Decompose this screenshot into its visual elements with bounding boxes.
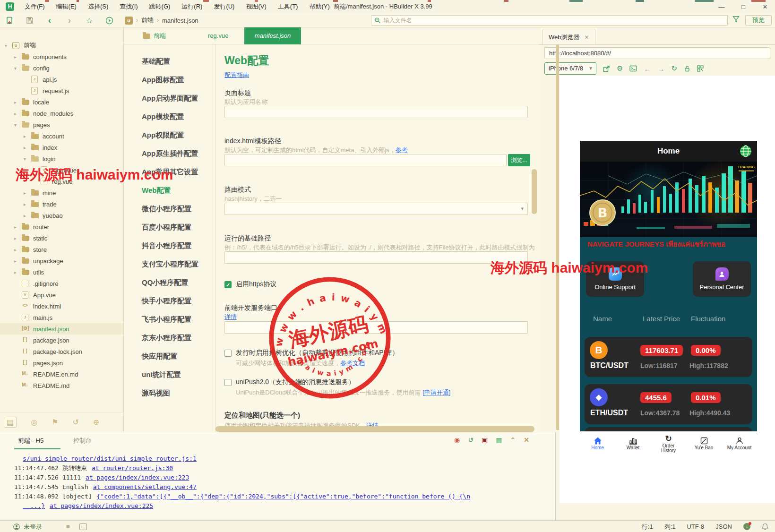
- file-type[interactable]: JSON: [715, 523, 732, 530]
- chevron-right-icon[interactable]: ▸: [14, 270, 22, 275]
- nav-app-permissions[interactable]: App权限配置: [124, 126, 215, 144]
- chevron-right-icon[interactable]: ▸: [14, 258, 22, 264]
- source-link[interactable]: at pages/index/index.vue:225: [50, 502, 153, 509]
- pane-splitter[interactable]: [556, 44, 559, 430]
- checkbox-unchecked-icon[interactable]: [224, 350, 232, 357]
- close-button[interactable]: ✕: [760, 3, 770, 10]
- tab-home[interactable]: Home: [580, 431, 615, 456]
- menu-find[interactable]: 查找(I): [114, 0, 143, 13]
- language-globe-icon[interactable]: [739, 145, 752, 158]
- source-link[interactable]: at components/setlang.vue:47: [93, 483, 197, 490]
- nav-feishu-mp[interactable]: 飞书小程序配置: [124, 310, 215, 328]
- tree-item-folder[interactable]: ▸unpackage: [0, 255, 123, 266]
- tree-item-file[interactable]: Japi.js: [0, 74, 123, 85]
- source-link[interactable]: s/uni-simple-router/dist/uni-simple-rout…: [23, 455, 197, 462]
- browser-tab[interactable]: Web浏览器✕: [542, 29, 595, 45]
- back-arrow-icon[interactable]: ←: [644, 65, 651, 73]
- tree-item-folder[interactable]: ▸utils: [0, 266, 123, 278]
- chevron-right-icon[interactable]: ▸: [14, 224, 22, 230]
- tree-item-file[interactable]: M↓README.en.md: [0, 369, 123, 380]
- tree-item-file[interactable]: [ ]pages.json: [0, 357, 123, 369]
- settings-gear-icon[interactable]: ⚙: [617, 64, 623, 73]
- tree-item-folder[interactable]: ▾config: [0, 62, 123, 74]
- source-link[interactable]: __...}: [23, 502, 45, 509]
- tree-item-file[interactable]: .gitignore: [0, 278, 123, 289]
- stop-icon[interactable]: ▣: [482, 436, 488, 444]
- tab-console[interactable]: 控制台: [73, 437, 92, 445]
- nav-quickapp[interactable]: 快应用配置: [124, 347, 215, 365]
- chevron-right-icon[interactable]: ▸: [14, 247, 22, 252]
- url-bar[interactable]: http://localhost:8080/#/: [544, 47, 770, 59]
- announcement-marquee[interactable]: NAVIGATE JOURNEYS เพียงแค่แชร์ภาพขอ: [580, 237, 757, 251]
- checkbox-unchecked-icon[interactable]: [224, 379, 232, 386]
- nav-baidu-mp[interactable]: 百度小程序配置: [124, 218, 215, 236]
- nav-weixin-mp[interactable]: 微信小程序配置: [124, 199, 215, 218]
- clear-icon[interactable]: ✕: [524, 436, 529, 444]
- export-image-icon[interactable]: ▦: [496, 436, 502, 444]
- terminal-icon[interactable]: ›_: [79, 523, 87, 530]
- menu-view[interactable]: 视图(V): [240, 0, 272, 13]
- tree-item-folder[interactable]: ▾pages: [0, 119, 123, 130]
- tree-item-file[interactable]: VApp.vue: [0, 289, 123, 300]
- tree-item-file[interactable]: M↓README.md: [0, 380, 123, 391]
- chevron-down-icon[interactable]: ▾: [24, 156, 31, 162]
- tab-wallet[interactable]: Wallet: [615, 431, 651, 456]
- tree-item-folder[interactable]: ▸trade: [0, 198, 123, 210]
- tab-project[interactable]: 前端: [143, 27, 166, 44]
- back-icon[interactable]: ‹: [45, 16, 54, 25]
- filter-funnel-icon[interactable]: [732, 16, 740, 25]
- menu-edit[interactable]: 编辑(E): [51, 0, 82, 13]
- market-row-btc[interactable]: B BTC/USDT 117603.71 Low:116817 0.00% Hi…: [585, 337, 752, 377]
- tree-item-folder[interactable]: ▸yuebao: [0, 210, 123, 221]
- source-link[interactable]: {"code":1,"data":[{"__ob__":{"dep":{"id"…: [97, 493, 471, 500]
- source-link[interactable]: at pages/index/index.vue:223: [86, 474, 189, 481]
- tree-item-folder[interactable]: ▸store: [0, 244, 123, 255]
- open-external-icon[interactable]: [603, 65, 610, 72]
- minimize-button[interactable]: —: [716, 3, 727, 10]
- chevron-right-icon[interactable]: ▸: [14, 54, 22, 60]
- tree-item-folder[interactable]: ▸components: [0, 51, 123, 62]
- bookmark-icon[interactable]: ⚑: [52, 418, 58, 427]
- reference-link[interactable]: 参考: [396, 146, 408, 154]
- tree-item-folder[interactable]: ▾login: [0, 153, 123, 164]
- market-row-eth[interactable]: ◆ ETH/USDT 4455.6 Low:4367.78 0.01% High…: [585, 384, 752, 424]
- tree-item-folder[interactable]: ▸node_modules: [0, 108, 123, 119]
- personal-center-button[interactable]: Personal Center: [693, 261, 751, 297]
- menu-goto[interactable]: 跳转(G): [144, 0, 176, 13]
- chevron-right-icon[interactable]: ▸: [14, 100, 22, 105]
- nav-app-modules[interactable]: App模块配置: [124, 107, 215, 126]
- device-select[interactable]: iPhone 6/7/8▼: [544, 62, 596, 75]
- forward-arrow-icon[interactable]: →: [657, 65, 664, 73]
- browse-button[interactable]: 浏览...: [508, 154, 530, 166]
- file-search-box[interactable]: [371, 15, 728, 26]
- tab-my-account[interactable]: My Account: [722, 431, 757, 456]
- collapse-icon[interactable]: ⌃: [510, 436, 516, 444]
- breadcrumb-project[interactable]: 前端: [141, 16, 154, 25]
- chevron-right-icon[interactable]: ▸: [24, 202, 31, 207]
- tab-manifest-json-active[interactable]: manifest.json: [244, 27, 301, 44]
- tree-item-folder[interactable]: ▸account: [0, 130, 123, 142]
- menu-tools[interactable]: 工具(T): [272, 0, 304, 13]
- update-icon[interactable]: ↓: [743, 523, 750, 530]
- config-guide-link[interactable]: 配置指南: [224, 71, 249, 79]
- editor-horizontal-scrollbar[interactable]: [215, 426, 534, 432]
- nav-base-config[interactable]: 基础配置: [124, 52, 215, 70]
- checkbox-checked-icon[interactable]: ✓: [224, 281, 232, 288]
- tab-order-history[interactable]: ↻ Order History: [651, 431, 686, 456]
- tree-item-folder[interactable]: ▸router: [0, 221, 123, 232]
- preview-button[interactable]: 预览: [745, 15, 772, 26]
- menu-run[interactable]: 运行(R): [176, 0, 208, 13]
- nav-app-native-plugins[interactable]: App原生插件配置: [124, 144, 215, 163]
- chevron-right-icon[interactable]: ▸: [14, 236, 22, 241]
- nav-app-splash[interactable]: App启动界面配置: [124, 89, 215, 107]
- tree-item-file[interactable]: Jmain.js: [0, 312, 123, 323]
- lock-icon[interactable]: [684, 65, 690, 72]
- debug-icon[interactable]: ◉: [454, 436, 460, 444]
- console-icon[interactable]: [629, 65, 637, 72]
- nav-app-icon[interactable]: App图标配置: [124, 70, 215, 89]
- apply-open-link[interactable]: [申请开通]: [422, 389, 450, 396]
- chevron-down-icon[interactable]: ▾: [5, 43, 12, 48]
- nav-alipay-mp[interactable]: 支付宝小程序配置: [124, 255, 215, 273]
- chevron-right-icon[interactable]: ▸: [14, 111, 22, 116]
- history-icon[interactable]: ↺: [72, 418, 78, 427]
